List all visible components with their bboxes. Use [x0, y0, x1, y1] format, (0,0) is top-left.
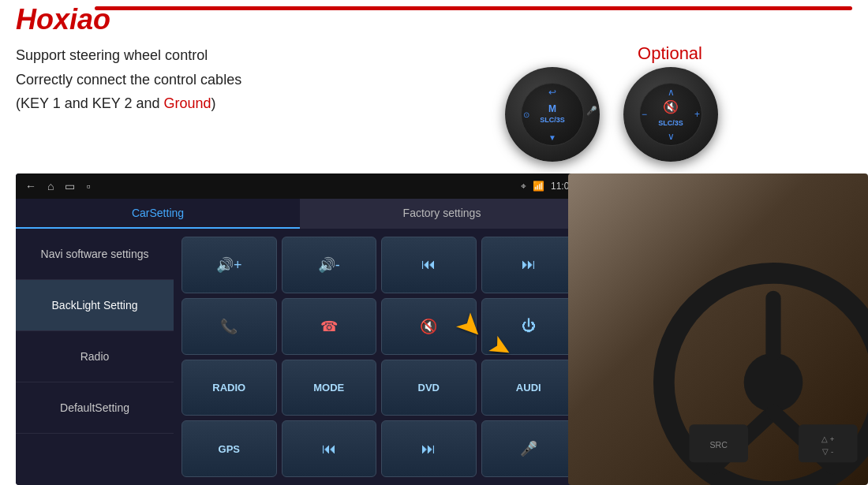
description-block: Support steering wheel control Correctly… — [16, 43, 241, 116]
right-btn-top-icon: ∧ — [668, 87, 675, 98]
left-btn-center: MSLC/3S — [540, 104, 565, 125]
settings-list: Navi software settings BackLight Setting… — [16, 229, 174, 485]
tab-factory-settings[interactable]: Factory settings — [300, 199, 584, 229]
recent-icon[interactable]: ▭ — [65, 180, 75, 192]
right-btn-bottom-icon: ∨ — [668, 131, 675, 142]
back-icon[interactable]: ← — [25, 180, 36, 192]
dvd-btn[interactable]: DVD — [381, 360, 477, 416]
tab-car-setting[interactable]: CarSetting — [16, 199, 300, 229]
desc-line1: Support steering wheel control — [16, 43, 241, 68]
steering-btn-left: ↩ MSLC/3S ▼ ⊙ 🎤 — [505, 67, 600, 162]
logo: Hoxiao — [16, 3, 110, 36]
steering-wheel-bg: SRC △ + ▽ - — [568, 173, 868, 485]
radio-btn[interactable]: RADIO — [181, 360, 277, 416]
menu-icon[interactable]: ▫ — [86, 180, 90, 192]
left-btn-right-icon: 🎤 — [586, 106, 597, 116]
svg-point-1 — [744, 353, 803, 412]
phone-icon: 📶 — [533, 181, 544, 192]
desc-line2: Correctly connect the control cables — [16, 68, 241, 92]
svg-text:SRC: SRC — [709, 440, 728, 450]
rew-btn[interactable]: ⏮ — [282, 420, 377, 477]
optional-label: Optional — [638, 43, 702, 64]
settings-item-default[interactable]: DefaultSetting — [16, 382, 174, 434]
desc-line3-post: ) — [211, 95, 216, 111]
right-btn-left-icon: − — [642, 109, 647, 120]
btn-inner-right: ∧ 🔇SLC/3S ∨ − + — [639, 83, 702, 146]
right-btn-right-icon: + — [694, 109, 700, 120]
svg-text:△  +: △ + — [821, 435, 835, 443]
btn-inner-left: ↩ MSLC/3S ▼ ⊙ 🎤 — [521, 83, 584, 146]
next-btn[interactable]: ⏭ — [481, 237, 577, 293]
left-btn-top-icon: ↩ — [548, 87, 556, 98]
desc-line3-highlight: Ground — [163, 95, 211, 111]
nav-icons: ← ⌂ ▭ ▫ — [25, 180, 90, 192]
audio-btn[interactable]: AUDI — [481, 360, 577, 416]
desc-line3-pre: (KEY 1 and KEY 2 and — [16, 95, 163, 111]
gps-icon: ⌖ — [521, 181, 526, 192]
right-btn-center: 🔇SLC/3S — [658, 100, 683, 128]
call-btn[interactable]: 📞 — [181, 298, 277, 355]
mic-btn[interactable]: 🎤 — [481, 420, 577, 477]
svg-rect-7 — [799, 424, 858, 462]
svg-text:▽  -: ▽ - — [822, 447, 833, 456]
left-btn-bottom-icon: ▼ — [548, 133, 556, 142]
steering-btn-right: ∧ 🔇SLC/3S ∨ − + — [623, 67, 718, 162]
ff-btn[interactable]: ⏭ — [381, 420, 477, 477]
mode-btn[interactable]: MODE — [282, 360, 377, 416]
android-statusbar: ← ⌂ ▭ ▫ ⌖ 📶 11:07 — [16, 173, 584, 199]
hangup-btn[interactable]: ☎ — [282, 298, 377, 355]
gps-btn[interactable]: GPS — [181, 420, 277, 477]
home-icon[interactable]: ⌂ — [47, 180, 54, 192]
vol-up-btn[interactable]: 🔊+ — [181, 237, 277, 293]
settings-item-navi[interactable]: Navi software settings — [16, 229, 174, 280]
settings-item-radio[interactable]: Radio — [16, 331, 174, 382]
prev-btn[interactable]: ⏮ — [381, 237, 477, 293]
vol-down-btn[interactable]: 🔊- — [282, 237, 377, 293]
settings-item-backlight[interactable]: BackLight Setting — [16, 280, 174, 331]
controls-grid: 🔊+ 🔊- ⏮ ⏭ 📞 ☎ 🔇 ⏻ RADIO MODE DVD AUDI GP… — [174, 229, 584, 485]
top-bar — [95, 6, 852, 10]
steering-wheel-svg: SRC △ + ▽ - — [647, 256, 868, 485]
left-btn-left-icon: ⊙ — [523, 110, 529, 119]
desc-line3: (KEY 1 and KEY 2 and Ground) — [16, 91, 241, 116]
car-tabs: CarSetting Factory settings — [16, 199, 584, 229]
status-right: ⌖ 📶 11:07 — [521, 181, 574, 192]
